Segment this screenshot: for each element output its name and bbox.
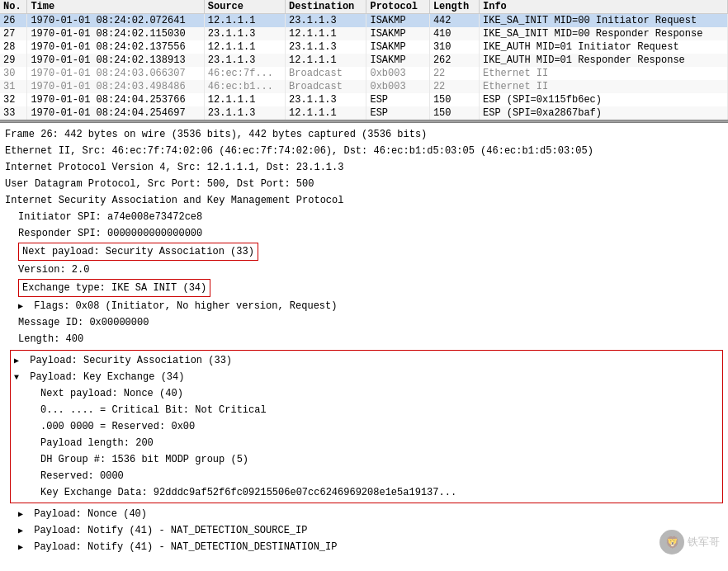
time-cell: 1970-01-01 08:24:02.072641 — [27, 14, 204, 28]
table-row[interactable]: 271970-01-01 08:24:02.11503023.1.1.312.1… — [0, 27, 728, 40]
time-cell: 1970-01-01 08:24:03.066307 — [27, 67, 204, 80]
source-cell: 46:ec:b1... — [204, 80, 285, 93]
payload-ke-line: Payload: Key Exchange (34) — [14, 369, 719, 385]
table-row[interactable]: 291970-01-01 08:24:02.13891323.1.1.312.1… — [0, 54, 728, 67]
info-cell: IKE_SA_INIT MID=00 Responder Response — [479, 27, 727, 40]
proto-cell: ISAKMP — [366, 54, 429, 67]
proto-cell: ISAKMP — [366, 40, 429, 54]
dest-cell: 23.1.1.3 — [286, 93, 366, 106]
length-cell: 150 — [429, 93, 479, 106]
table-row[interactable]: 321970-01-01 08:24:04.25376612.1.1.123.1… — [0, 93, 728, 106]
dest-cell: Broadcast — [286, 67, 366, 80]
ip-line: Internet Protocol Version 4, Src: 12.1.1… — [5, 159, 723, 176]
flags-arrow[interactable] — [18, 300, 28, 313]
ke-reserved: .000 0000 = Reserved: 0x00 — [40, 418, 719, 435]
info-cell: IKE_SA_INIT MID=00 Initiator Request — [479, 14, 727, 28]
source-cell: 12.1.1.1 — [204, 40, 285, 54]
payload-ke-arrow[interactable] — [14, 371, 24, 384]
responder-spi-line: Responder SPI: 0000000000000000 — [18, 225, 723, 242]
time-cell: 1970-01-01 08:24:02.115030 — [27, 27, 204, 40]
info-cell: ESP (SPI=0xa2867baf) — [479, 106, 727, 120]
length-cell: 150 — [429, 106, 479, 120]
no-cell: 32 — [0, 93, 27, 106]
ke-critical: 0... .... = Critical Bit: Not Critical — [40, 402, 719, 418]
col-header-no: No. — [0, 0, 27, 14]
no-cell: 29 — [0, 54, 27, 67]
source-cell: 23.1.1.3 — [204, 54, 285, 67]
payload-notify2-arrow[interactable] — [18, 541, 28, 554]
length-val-line: Length: 400 — [18, 331, 723, 347]
watermark-text: 铁军哥 — [688, 535, 720, 550]
table-row[interactable]: 301970-01-01 08:24:03.06630746:ec:7f...B… — [0, 67, 728, 80]
dest-cell: 12.1.1.1 — [286, 54, 366, 67]
no-cell: 30 — [0, 67, 27, 80]
ke-next-payload: Next payload: Nonce (40) — [40, 385, 719, 402]
length-cell: 410 — [429, 27, 479, 40]
length-cell: 22 — [429, 67, 479, 80]
no-cell: 33 — [0, 106, 27, 120]
source-cell: 23.1.1.3 — [204, 27, 285, 40]
frame-line: Frame 26: 442 bytes on wire (3536 bits),… — [5, 126, 723, 143]
proto-cell: 0xb003 — [366, 80, 429, 93]
dest-cell: 12.1.1.1 — [286, 106, 366, 120]
payload-sa-line: Payload: Security Association (33) — [14, 352, 719, 369]
ke-dh-group: DH Group #: 1536 bit MODP group (5) — [40, 451, 719, 468]
payload-sa-arrow[interactable] — [14, 355, 24, 367]
version-line: Version: 2.0 — [18, 262, 723, 278]
udp-line: User Datagram Protocol, Src Port: 500, D… — [5, 176, 723, 192]
isakmp-label: Internet Security Association and Key Ma… — [5, 192, 723, 209]
detail-pane: Frame 26: 442 bytes on wire (3536 bits),… — [0, 123, 728, 559]
col-header-destination: Destination — [286, 0, 366, 14]
dest-cell: Broadcast — [286, 80, 366, 93]
info-cell: Ethernet II — [479, 67, 727, 80]
table-row[interactable]: 261970-01-01 08:24:02.07264112.1.1.123.1… — [0, 14, 728, 28]
col-header-protocol: Protocol — [366, 0, 429, 14]
next-payload-boxed: Next payload: Security Association (33) — [18, 243, 258, 261]
table-row[interactable]: 331970-01-01 08:24:04.25469723.1.1.312.1… — [0, 106, 728, 120]
length-cell: 310 — [429, 40, 479, 54]
table-row[interactable]: 281970-01-01 08:24:02.13755612.1.1.123.1… — [0, 40, 728, 54]
time-cell: 1970-01-01 08:24:04.253766 — [27, 93, 204, 106]
length-cell: 262 — [429, 54, 479, 67]
payload-notify2-line: Payload: Notify (41) - NAT_DETECTION_DES… — [5, 539, 723, 555]
table-header-row: No. Time Source Destination Protocol Len… — [0, 0, 728, 14]
payload-nonce-line: Payload: Nonce (40) — [5, 506, 723, 522]
payload-nonce-arrow[interactable] — [18, 508, 28, 521]
payload-notify1-arrow[interactable] — [18, 525, 28, 537]
no-cell: 28 — [0, 40, 27, 54]
table-row[interactable]: 311970-01-01 08:24:03.49848646:ec:b1...B… — [0, 80, 728, 93]
proto-cell: ISAKMP — [366, 27, 429, 40]
col-header-info: Info — [479, 0, 727, 14]
ke-payload-length: Payload length: 200 — [40, 435, 719, 451]
source-cell: 23.1.1.3 — [204, 106, 285, 120]
col-header-source: Source — [204, 0, 285, 14]
no-cell: 27 — [0, 27, 27, 40]
time-cell: 1970-01-01 08:24:04.254697 — [27, 106, 204, 120]
ke-data: Key Exchange Data: 92dddc9af52f6fc092155… — [40, 484, 719, 501]
exchange-type-label: Exchange type: IKE SA INIT (34) — [22, 282, 206, 294]
watermark-icon: 🦁 — [659, 530, 684, 554]
proto-cell: 0xb003 — [366, 67, 429, 80]
payload-notify1-line: Payload: Notify (41) - NAT_DETECTION_SOU… — [5, 522, 723, 539]
no-cell: 26 — [0, 14, 27, 28]
length-cell: 22 — [429, 80, 479, 93]
watermark: 🦁 铁军哥 — [659, 530, 720, 554]
info-cell: ESP (SPI=0x115fb6ec) — [479, 93, 727, 106]
info-cell: IKE_AUTH MID=01 Responder Response — [479, 54, 727, 67]
info-cell: IKE_AUTH MID=01 Initiator Request — [479, 40, 727, 54]
proto-cell: ISAKMP — [366, 14, 429, 28]
length-cell: 442 — [429, 14, 479, 28]
info-cell: Ethernet II — [479, 80, 727, 93]
exchange-type-boxed: Exchange type: IKE SA INIT (34) — [18, 279, 210, 297]
source-cell: 12.1.1.1 — [204, 93, 285, 106]
no-cell: 31 — [0, 80, 27, 93]
dest-cell: 12.1.1.1 — [286, 27, 366, 40]
flags-line: Flags: 0x08 (Initiator, No higher versio… — [18, 298, 723, 314]
time-cell: 1970-01-01 08:24:02.138913 — [27, 54, 204, 67]
next-payload-label: Next payload: Security Association (33) — [22, 246, 254, 257]
proto-cell: ESP — [366, 93, 429, 106]
time-cell: 1970-01-01 08:24:03.498486 — [27, 80, 204, 93]
dest-cell: 23.1.1.3 — [286, 40, 366, 54]
ethernet-line: Ethernet II, Src: 46:ec:7f:74:02:06 (46:… — [5, 143, 723, 159]
col-header-time: Time — [27, 0, 204, 14]
